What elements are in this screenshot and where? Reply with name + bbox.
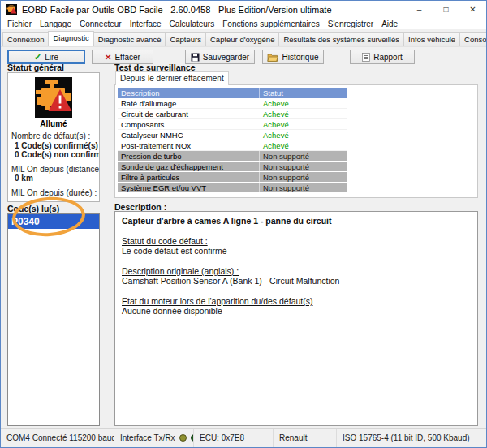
menu-item-senregistrer[interactable]: S'enregistrer [324,19,377,28]
interface-label: Interface Tx/Rx [120,433,175,442]
fault-count-block: Nombre de défaut(s) : 1 Code(s) confirmé… [8,128,99,202]
maximize-button[interactable]: □ [433,1,459,18]
table-row[interactable]: Pression de turboNon supporté [118,151,347,162]
tab-resultats-systemes-surveilles[interactable]: Résultats des systèmes surveillés [278,32,404,46]
table-row[interactable]: ComposantsAchevé [118,119,347,130]
engine-warning-icon [35,77,72,118]
save-icon [191,53,200,62]
menu-bar: Fichier Langage Connecteur Interface Cal… [1,18,486,30]
close-button[interactable]: ✕ [459,1,486,18]
mil-state-label: Allumé [8,119,99,128]
monitor-panel: Description Statut Raté d'allumageAchevé… [114,84,478,198]
code-item-p0340[interactable]: P0340 [8,214,99,229]
interface-status: Interface Tx/Rx [114,429,194,447]
menu-item-calculateurs[interactable]: Calculateurs [166,19,219,28]
tab-diagnostic-avance[interactable]: Diagnostic avancé [93,32,166,46]
dtc-original-description-section: Description originale (anglais) : Camsha… [122,266,471,286]
status-panel-title: Statut général [7,62,64,72]
menu-item-connecteur[interactable]: Connecteur [75,19,126,28]
description-panel: Capteur d'arbre à cames A ligne 1 - pann… [114,211,478,426]
menu-item-fichier[interactable]: Fichier [3,19,36,28]
codes-title: Code(s) lu(s) [7,204,59,213]
status-bar: COM4 Connecté 115200 bauds Interface Tx/… [1,428,486,447]
not-confirmed-count: 0 Code(s) non confirmé(s) [11,150,99,160]
menu-item-aide[interactable]: Aide [377,19,402,28]
mil-duration-value: - [11,197,99,202]
tab-depuis-le-dernier-effacement[interactable]: Depuis le dernier effacement [115,71,229,85]
app-window: EOBD-Facile par Outils OBD Facile - 2.60… [0,0,487,448]
report-button[interactable]: Rapport [350,50,415,64]
check-icon: ✓ [34,52,41,62]
table-header-row: Description Statut [118,88,347,98]
monitor-table: Description Statut Raté d'allumageAchevé… [118,88,347,193]
table-row[interactable]: Raté d'allumageAchevé [118,98,347,109]
report-icon [362,53,370,62]
tab-capteurs[interactable]: Capteurs [165,32,206,46]
minimize-button[interactable]: – [406,1,433,18]
faults-label: Nombre de défaut(s) : [11,131,99,141]
menu-item-fonctions-supplementaires[interactable]: Fonctions supplémentaires [218,19,324,28]
window-title: EOBD-Facile par Outils OBD Facile - 2.60… [22,5,332,15]
protocol-status: ISO 15765-4 (11 bit ID, 500 Kbaud) [337,429,486,447]
vehicle-brand: Renault [274,429,337,447]
tab-capteur-oxygene[interactable]: Capteur d'oxygène [205,32,279,46]
mil-distance-value: 0 km [11,174,99,183]
dtc-title: Capteur d'arbre à cames A ligne 1 - pann… [122,216,471,226]
tab-strip: Connexion Diagnostic Diagnostic avancé C… [1,30,486,47]
cross-icon: ✕ [105,53,111,62]
folder-icon [267,53,278,62]
codes-listbox[interactable]: P0340 [7,213,100,426]
table-row[interactable]: Sonde de gaz d'échappementNon supporté [118,162,347,172]
menu-item-langage[interactable]: Langage [36,19,75,28]
column-header-statut[interactable]: Statut [260,88,347,98]
window-controls: – □ ✕ [406,1,486,18]
title-bar: EOBD-Facile par Outils OBD Facile - 2.60… [1,1,486,18]
app-icon [6,4,17,15]
column-header-description[interactable]: Description [118,88,260,98]
mil-duration-label: MIL On depuis (durée) : [11,188,99,198]
table-row[interactable]: Filtre à particulesNon supporté [118,172,347,183]
status-panel: Allumé Nombre de défaut(s) : 1 Code(s) c… [7,72,100,202]
table-row[interactable]: Système EGR et/ou VVTNon supporté [118,183,347,193]
tab-console[interactable]: Console [459,32,487,46]
confirmed-count: 1 Code(s) confirmé(s) [11,141,99,151]
dtc-status-section: Statut du code défaut : Le code défaut e… [122,236,471,256]
tab-infos-vehicule[interactable]: Infos véhicule [403,32,460,46]
tab-diagnostic[interactable]: Diagnostic [48,31,93,46]
menu-item-interface[interactable]: Interface [126,19,166,28]
mil-distance-label: MIL On depuis (distance) : [11,165,99,174]
content-area: ✓ Lire ✕ Effacer Sauvegarder Historique [1,47,486,428]
tab-connexion[interactable]: Connexion [2,32,49,46]
history-button[interactable]: Historique [262,50,324,64]
table-row[interactable]: Circuit de carburantAchevé [118,109,347,119]
table-row[interactable]: Post-traitement NOxAchevé [118,140,347,151]
ecu-status: ECU: 0x7E8 [194,429,274,447]
tx-led-indicator [179,434,187,442]
dtc-freeze-frame-section: Etat du moteur lors de l'apparition du/d… [122,296,471,316]
table-row[interactable]: Catalyseur NMHCAchevé [118,130,347,140]
connection-status: COM4 Connecté 115200 bauds [1,429,114,447]
